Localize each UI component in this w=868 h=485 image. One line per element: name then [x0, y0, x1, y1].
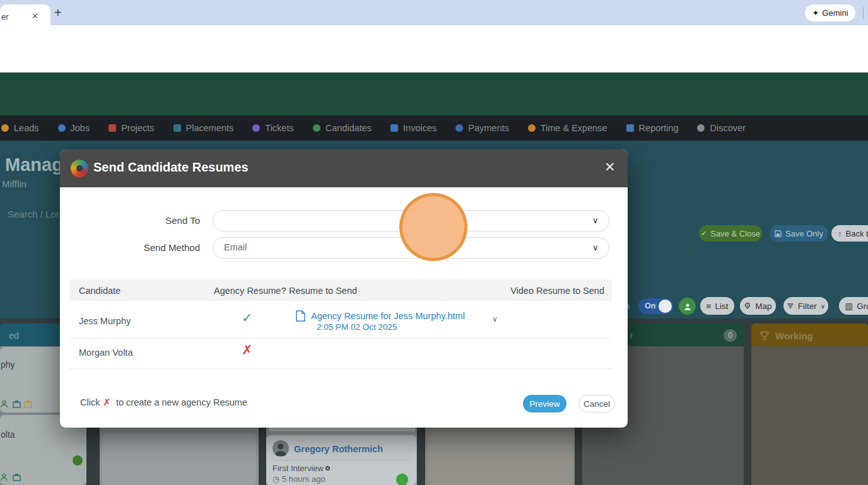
nav-item-leads[interactable]: Leads [1, 123, 39, 133]
browser-tab-strip: er ✕ + ✦ Gemini [0, 0, 868, 25]
reporting-icon [626, 124, 634, 132]
card-2-name: olta [1, 429, 15, 440]
send-method-label: Send Method [124, 242, 200, 253]
briefcase-icon[interactable] [13, 473, 21, 481]
nav-item-label: Placements [186, 123, 234, 133]
nav-item-reporting[interactable]: Reporting [626, 123, 679, 133]
nav-item-label: Payments [468, 123, 508, 133]
browser-address-bar: ails/1404 ☆ [0, 25, 868, 54]
status-dot [396, 474, 408, 485]
column-1-label: ed [9, 330, 19, 341]
candidates-icon [313, 124, 320, 132]
person-icon [683, 302, 692, 311]
save-and-close-button[interactable]: ✔ Save & Close [699, 225, 762, 242]
back-button[interactable]: ↑ Back t [831, 225, 868, 242]
candidate-card-3[interactable] [102, 433, 256, 485]
toggle-label: On [645, 301, 655, 310]
modal-close-icon[interactable]: ✕ [604, 160, 616, 175]
leads-icon [1, 124, 9, 132]
nav-item-jobs[interactable]: Jobs [58, 123, 90, 133]
tab-close-icon[interactable]: ✕ [32, 11, 38, 21]
save-only-label: Save Only [785, 229, 823, 238]
tabstrip-divider [863, 7, 864, 19]
tab-title: er [1, 12, 9, 21]
time-expense-icon [528, 124, 536, 132]
nav-item-label: Leads [14, 123, 39, 133]
column-resume-to-send: Resume to Send [289, 286, 357, 296]
list-label: List [715, 301, 728, 311]
candidate-name-link[interactable]: Gregory Rothermich [294, 444, 383, 454]
group-button[interactable]: ▥ Gro [839, 297, 868, 315]
nav-item-label: Reporting [639, 123, 679, 133]
agency-resume-cross-icon[interactable]: ✗ [242, 342, 253, 358]
bookmarks-bar: demyStudent AcademyIndeed Posting URLLog… [0, 54, 868, 73]
briefcase-icon[interactable] [13, 400, 21, 408]
nav-item-candidates[interactable]: Candidates [313, 123, 372, 133]
gregory-card[interactable]: Gregory Rothermich First Interview ◷ 5 h… [266, 435, 416, 485]
modal-title: Send Candidate Resumes [93, 160, 249, 175]
filter-icon [787, 302, 794, 310]
up-arrow-icon: ↑ [838, 229, 842, 238]
send-to-label: Send To [124, 215, 200, 226]
resume-timestamp: 2:05 PM 02 Oct 2025 [317, 322, 397, 332]
hint-text: Click [80, 397, 100, 407]
hint-text: to create a new agency Resume [116, 397, 247, 407]
nav-item-label: Time & Expense [541, 123, 607, 133]
nav-item-placements[interactable]: Placements [173, 123, 234, 133]
placements-icon [173, 124, 181, 132]
nav-item-discover[interactable]: Discover [697, 123, 745, 133]
send-method-value: Email [224, 242, 247, 252]
page-search-text[interactable]: Search / Long [8, 209, 66, 219]
save-only-button[interactable]: Save Only [770, 225, 828, 242]
filter-button[interactable]: Filter ∨ [783, 297, 828, 315]
column-6-body [751, 346, 868, 485]
row-divider [69, 368, 612, 369]
page-subtitle: Mifflin [2, 178, 26, 189]
filter-label: Filter [798, 301, 817, 311]
cancel-button[interactable]: Cancel [578, 395, 615, 412]
resume-chevron-icon[interactable]: ∨ [492, 315, 498, 324]
sparkle-icon: ✦ [812, 8, 819, 18]
app-logo-icon [71, 160, 88, 177]
check-icon: ✔ [701, 230, 707, 238]
nav-item-invoices[interactable]: Invoices [390, 123, 437, 133]
nav-item-projects[interactable]: Projects [108, 123, 154, 133]
nav-item-time-expense[interactable]: Time & Expense [528, 123, 607, 133]
gemini-button[interactable]: ✦ Gemini [805, 4, 855, 21]
send-candidate-resumes-modal: Send Candidate Resumes ✕ Send To ∨ Send … [60, 149, 628, 428]
modal-header: Send Candidate Resumes ✕ [60, 149, 628, 187]
back-label: Back t [846, 229, 868, 238]
jobs-icon [58, 124, 66, 132]
briefcase-gold-icon[interactable] [24, 400, 32, 408]
person-circle-button[interactable] [679, 298, 696, 315]
nav-item-label: Jobs [71, 123, 90, 133]
nav-item-payments[interactable]: Payments [455, 123, 508, 133]
card-divider [273, 460, 409, 460]
column-5-count-badge: 0 [724, 329, 737, 342]
person-icon[interactable] [0, 400, 8, 408]
card-stage: First Interview [273, 464, 324, 473]
toggle-knob[interactable] [659, 300, 672, 313]
nav-item-label: Discover [710, 123, 745, 133]
preview-button[interactable]: Preview [523, 395, 566, 412]
nav-item-tickets[interactable]: Tickets [252, 123, 293, 133]
nav-item-label: Tickets [265, 123, 293, 133]
candidate-card-4[interactable] [428, 430, 573, 485]
browser-tab[interactable]: er ✕ [0, 4, 50, 25]
status-dot [73, 455, 83, 465]
column-header-working[interactable]: Working [751, 324, 868, 348]
agency-resume-check-icon[interactable]: ✓ [242, 310, 253, 325]
column-5-label: r [630, 330, 633, 341]
new-tab-button[interactable]: + [54, 6, 62, 20]
chevron-down-icon: ∨ [592, 243, 599, 252]
resume-link[interactable]: Agency Resume for Jess Murphy.html [311, 311, 465, 321]
person-icon[interactable] [0, 473, 8, 481]
map-view-button[interactable]: Map [740, 297, 776, 315]
nav-item-label: Candidates [326, 123, 372, 133]
floppy-icon [775, 230, 782, 237]
card-1-name: phy [1, 359, 15, 370]
clock-icon: ◷ [273, 474, 279, 484]
hint-cross-icon[interactable]: ✗ [103, 397, 111, 408]
list-view-button[interactable]: ≡ List [700, 297, 734, 315]
nav-item-label: Invoices [403, 123, 437, 133]
